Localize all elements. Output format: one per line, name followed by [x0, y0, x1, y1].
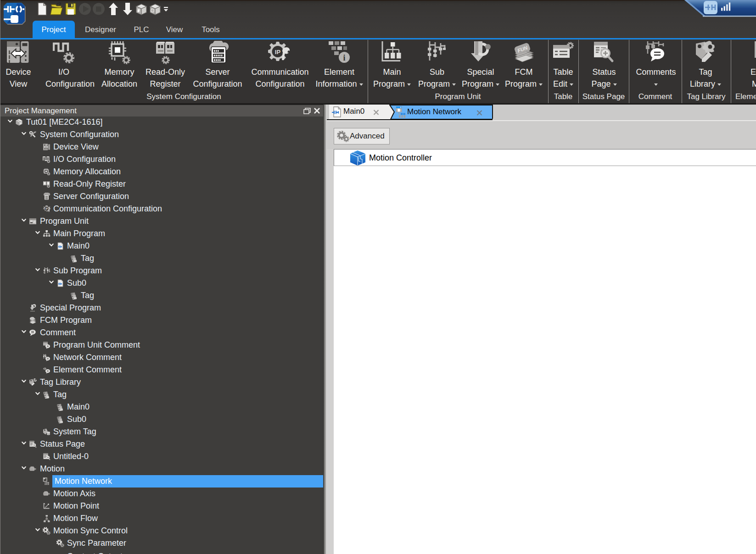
svg-text:i: i [343, 53, 345, 62]
svg-text:IP: IP [275, 49, 281, 55]
